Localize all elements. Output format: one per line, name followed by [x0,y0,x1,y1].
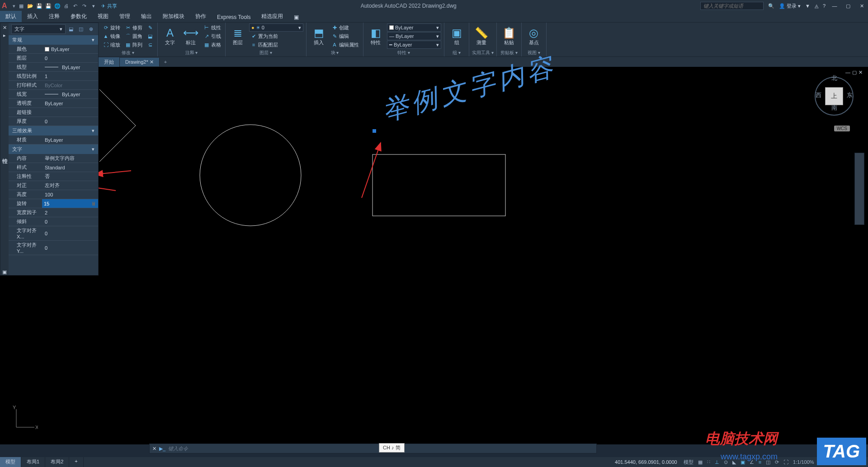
setcurrent-button[interactable]: ✔置为当前 [249,32,303,40]
login-button[interactable]: 👤 登录 ▾ [779,3,801,9]
object-type-selector[interactable]: 文字▾ [11,24,66,34]
basepoint-button[interactable]: ◎基点 [524,23,543,49]
edit-button[interactable]: ✎ [146,23,155,32]
tab-launcher-icon[interactable]: ▣ [288,12,304,22]
tab-insert[interactable]: 插入 [22,11,43,22]
tab-annotate[interactable]: 注释 [43,11,65,22]
open-icon[interactable]: 📂 [26,2,34,10]
prop-annotative[interactable]: 注释性否 [9,172,98,181]
prop-linetype[interactable]: 线型ByLayer [9,63,98,72]
cmdline-chevron-icon[interactable]: ▶_ [159,446,165,452]
prop-style[interactable]: 样式Standard [9,163,98,172]
text-button[interactable]: A文字 [160,23,179,49]
mirror-button[interactable]: ▲镜像 [101,32,122,40]
tab-parametric[interactable]: 参数化 [65,11,92,22]
prop-alignx[interactable]: 文字对齐 X...0 [9,226,98,241]
help-icon[interactable]: ? [823,3,826,9]
calculator-icon[interactable]: 🖩 [91,201,96,206]
cmdline-close-icon[interactable]: ✕ [152,446,156,452]
save-icon[interactable]: 💾 [35,2,43,10]
filetab-add[interactable]: + [160,58,171,66]
qat-dropdown-icon[interactable]: ▾ [13,3,15,9]
section-text[interactable]: 文字▾ [9,145,98,154]
prop-height[interactable]: 高度100 [9,190,98,199]
minimize-button[interactable]: — [830,1,839,10]
autodesk-logo-icon[interactable]: ◬ [815,3,818,9]
tab-layout1[interactable]: 布局1 [21,457,45,467]
prop-material[interactable]: 材质ByLayer [9,135,98,145]
autodesk-app-icon[interactable]: ▼ [805,3,810,9]
tab-addins[interactable]: 附加模块 [157,11,190,22]
tab-default[interactable]: 默认 [0,11,22,22]
color-dropdown[interactable]: ByLayer▾ [387,23,441,32]
array-button[interactable]: ▦阵列 [123,41,144,49]
tab-express[interactable]: Express Tools [212,12,256,22]
editblock-button[interactable]: ✎编辑 [330,32,360,40]
tab-manage[interactable]: 管理 [114,11,136,22]
measure-button[interactable]: 📏测量 [472,23,491,49]
qat-more-icon[interactable]: ▾ [90,2,98,10]
plot-icon[interactable]: 🖨 [62,2,71,10]
ortho-icon[interactable]: ⊥ [713,458,721,466]
pin-palette-icon[interactable]: ▸ [3,33,6,38]
editattr-button[interactable]: A编辑属性 [330,41,360,49]
close-palette-icon[interactable]: ✕ [3,25,7,31]
fillet-button[interactable]: ⌒圆角 [123,32,144,40]
web-icon[interactable]: 🌐 [53,2,61,10]
scale-button[interactable]: ⛶缩放 [101,41,122,49]
matchprops-button[interactable]: ◧特性 [366,23,385,49]
tab-featured[interactable]: 精选应用 [256,11,288,22]
tab-output[interactable]: 输出 [136,11,157,22]
saveas-icon[interactable]: 💾 [44,2,52,10]
modelspace-button[interactable]: 模型 [682,458,695,467]
matchlayer-button[interactable]: ≡匹配图层 [249,41,303,49]
undo-icon[interactable]: ↶ [71,2,80,10]
new-icon[interactable]: ▦ [17,2,25,10]
prop-oblique[interactable]: 倾斜0 [9,217,98,226]
create-button[interactable]: ✚创建 [330,23,360,32]
tab-add-layout[interactable]: + [69,457,83,467]
filetab-drawing[interactable]: Drawing2* ✕ [120,58,160,66]
rotate-button[interactable]: ⟳旋转 [101,23,122,32]
prop-layer[interactable]: 图层0 [9,54,98,63]
table-button[interactable]: ▦表格 [202,41,222,49]
annoscale-icon[interactable]: ⛶ [782,458,790,466]
snap-icon[interactable]: ∷ [705,458,712,466]
prop-aligny[interactable]: 文字对齐 Y...0 [9,241,98,255]
prop-thickness[interactable]: 厚度0 [9,117,98,126]
redo-icon[interactable]: ↷ [80,2,89,10]
prop-contents[interactable]: 内容举例文字内容 [9,154,98,163]
palette-settings-icon[interactable]: ▣ [2,269,7,275]
leader-button[interactable]: ↗引线 [202,32,222,40]
prop-ltscale[interactable]: 线型比例1 [9,72,98,81]
explode-button[interactable]: ⬓ [146,32,155,40]
linetype-dropdown[interactable]: —ByLayer▾ [387,32,441,40]
linear-button[interactable]: ⊢线性 [202,23,222,32]
selection-grip[interactable] [373,129,376,133]
zoom-readout[interactable]: 1:1/100% [791,458,816,466]
prop-lineweight[interactable]: 线宽ByLayer [9,90,98,99]
prop-justify[interactable]: 对正左对齐 [9,181,98,190]
section-general[interactable]: 常规▾ [9,35,98,45]
selectobj-icon[interactable]: ◫ [76,25,85,34]
insert-button[interactable]: ⬒插入 [309,23,328,49]
pickadd-icon[interactable]: ⊕ [86,25,95,34]
lineweight-dropdown[interactable]: ━ByLayer▾ [387,41,441,49]
filetab-start[interactable]: 开始 [99,57,120,67]
trim-button[interactable]: ✂修剪 [123,23,144,32]
layer-dropdown[interactable]: ●☀0▾ [249,23,303,32]
maximize-button[interactable]: ▢ [844,1,853,10]
prop-transparency[interactable]: 透明度ByLayer [9,99,98,108]
prop-widthfactor[interactable]: 宽度因子2 [9,208,98,217]
layerprops-button[interactable]: ≣图层 [228,23,247,49]
tab-layout2[interactable]: 布局2 [45,457,69,467]
drawing-canvas[interactable]: — ▢ ✕ 北 南 西 东 上 WCS 举例文字内容 YX [0,67,868,444]
share-button[interactable]: ✈ 共享 [101,3,117,9]
prop-color[interactable]: 颜色ByLayer [9,45,98,54]
tab-view[interactable]: 视图 [92,11,114,22]
tab-model[interactable]: 模型 [0,457,21,467]
paste-button[interactable]: 📋粘贴 [500,23,519,49]
search-input[interactable] [700,2,764,10]
quickselect-icon[interactable]: ⬓ [66,25,75,34]
close-button[interactable]: ✕ [857,1,866,10]
